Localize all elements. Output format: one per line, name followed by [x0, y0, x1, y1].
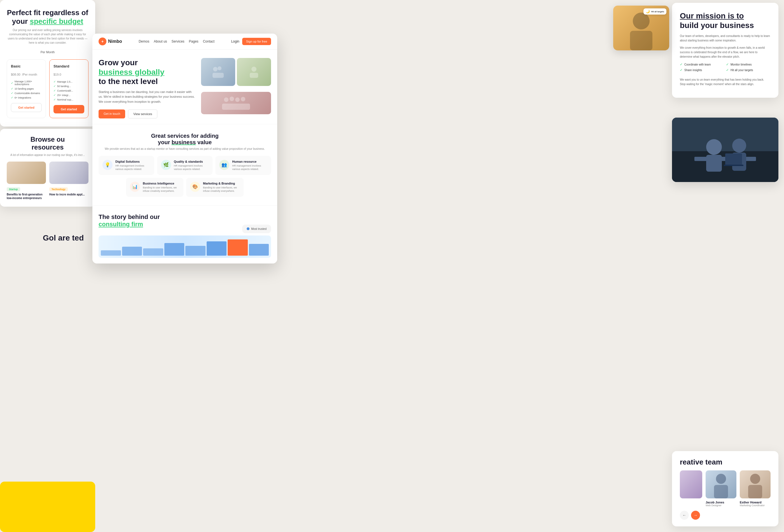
hero-get-in-touch[interactable]: Get in touch: [99, 110, 125, 118]
nav-services[interactable]: Services: [172, 39, 185, 44]
check-icon: ✓: [726, 62, 729, 66]
feature-item: ✓ Customizable domains: [11, 91, 42, 95]
svg-point-7: [235, 97, 240, 102]
nav-about[interactable]: About us: [154, 39, 167, 44]
plan-basic: Basic $08.00 /Per month ✓ Manage 1,000+ …: [7, 59, 46, 118]
services-subtitle: We provide services that act as a startu…: [99, 147, 271, 150]
resource-tag-1: Technology: [49, 187, 68, 191]
service-marketing-desc: Banding to user interfaces, we infuse cr…: [203, 186, 240, 193]
services-title: Great services for adding your business …: [99, 133, 271, 146]
mission-point-3: ✓ Hit all your targets: [726, 68, 771, 72]
team-title: reative team: [680, 458, 771, 467]
svg-point-6: [230, 96, 234, 101]
team-prev-button[interactable]: ←: [680, 511, 689, 520]
service-hr-desc: HR management involves various aspects r…: [232, 164, 267, 171]
pricing-title: Perfect fit regardless ofyour specific b…: [7, 8, 88, 26]
service-icon-bi: 📊: [130, 182, 140, 192]
service-quality-title: Quality & standards: [174, 160, 209, 163]
services-grid-top: 💡 Digital Solutions HR management involv…: [99, 156, 271, 175]
resource-title-0: Benefits to first-generation low-income …: [7, 193, 46, 200]
member-jacob-name: Jacob Jones: [706, 501, 736, 504]
team-next-button[interactable]: →: [691, 511, 700, 520]
svg-rect-22: [714, 485, 728, 498]
resource-items: Startup Benefits to first-generation low…: [7, 162, 88, 200]
svg-rect-16: [706, 155, 722, 172]
service-icon-hr: 👥: [219, 160, 229, 170]
person-card: 🌙 Hit all targets: [613, 6, 669, 50]
svg-rect-19: [725, 153, 742, 165]
nav-pages[interactable]: Pages: [189, 39, 198, 44]
service-digital-desc: HR management involves various aspects r…: [115, 164, 150, 171]
login-button[interactable]: Login: [231, 39, 239, 44]
svg-point-10: [633, 12, 650, 29]
nimbo-navbar: + Nimbo Demos About us Services Pages Co…: [92, 34, 277, 50]
feature-item: ✓ Nominal sup...: [54, 98, 84, 101]
logo-icon: +: [99, 37, 106, 45]
resource-title-1: How to incre mobile appl...: [49, 193, 88, 196]
svg-point-15: [706, 139, 722, 155]
svg-rect-4: [250, 73, 258, 78]
nimbo-hero: Grow your business globally to the next …: [92, 50, 277, 124]
service-icon-marketing: 🎨: [190, 182, 200, 192]
feature-item: ✓ Customizabl...: [54, 89, 84, 92]
nav-contact[interactable]: Contact: [203, 39, 215, 44]
service-icon-quality: 🌿: [161, 160, 171, 170]
service-marketing-title: Marketing & Branding: [203, 182, 240, 185]
hit-all-targets-badge: 🌙 Hit all targets: [643, 8, 666, 15]
plan-standard-button[interactable]: Get started: [54, 105, 84, 113]
hero-view-services[interactable]: View services: [128, 110, 157, 118]
resource-tag-0: Startup: [7, 187, 20, 191]
signup-button[interactable]: Sign up for free: [242, 38, 271, 45]
nimbo-logo[interactable]: + Nimbo: [99, 37, 122, 45]
service-quality-desc: HR management involves various aspects r…: [174, 164, 209, 171]
team-card: reative team Jacob Jones Web Designer: [672, 451, 778, 526]
svg-point-5: [224, 97, 228, 102]
mission-point-0: ✓ Coordinate with team: [680, 62, 724, 66]
plan-basic-price: $08.00 /Per month: [11, 70, 42, 77]
badge-text: Hit all targets: [651, 10, 664, 13]
logo-text: Nimbo: [108, 39, 122, 44]
member-jacob-role: Web Designer: [706, 504, 736, 507]
svg-rect-20: [724, 165, 744, 166]
nimbo-services-section: Great services for adding your business …: [92, 124, 277, 205]
plan-standard: Standard $19.0 ✓ Manage 2,5... ✓ 50 land…: [49, 59, 88, 118]
pricing-toggle[interactable]: Per Month: [7, 50, 88, 54]
mission-point-2: ✓ Share insights: [680, 68, 724, 72]
hero-text: Grow your business globally to the next …: [99, 58, 196, 118]
nav-demos[interactable]: Demos: [139, 39, 149, 44]
service-digital: 💡 Digital Solutions HR management involv…: [99, 156, 154, 175]
nimbo-nav-actions: Login Sign up for free: [231, 38, 271, 45]
svg-rect-9: [222, 104, 250, 110]
svg-point-21: [716, 474, 726, 484]
plan-standard-features: ✓ Manage 2,5... ✓ 50 landing... ✓ Custom…: [54, 80, 84, 101]
hero-buttons: Get in touch View services: [99, 110, 196, 118]
service-marketing: 🎨 Marketing & Branding Banding to user i…: [186, 178, 244, 197]
nimbo-story-section: The story behind our consulting firm Mos…: [92, 205, 277, 263]
team-member-jacob: Jacob Jones Web Designer: [706, 470, 736, 507]
svg-point-8: [241, 97, 245, 101]
mission-point-1: ✓ Monitor timelines: [726, 62, 771, 66]
hero-title: Grow your business globally to the next …: [99, 58, 196, 86]
feature-item: ✓ 10 landing pages: [11, 87, 42, 90]
mission-points: ✓ Coordinate with team ✓ Monitor timelin…: [680, 62, 771, 72]
feature-item: ✓ 6+ integrations: [11, 96, 42, 99]
hero-image-1: [201, 58, 235, 86]
member-esther-name: Esther Howard: [740, 501, 771, 504]
svg-point-3: [251, 67, 256, 72]
video-thumbnail: ▶: [672, 118, 778, 182]
plan-basic-features: ✓ Manage 1,000+ subscriptions ✓ 10 landi…: [11, 80, 42, 99]
resource-item-0[interactable]: Startup Benefits to first-generation low…: [7, 162, 46, 200]
nimbo-nav-links: Demos About us Services Pages Contact: [127, 39, 226, 44]
service-bi-title: Business Intelligence: [143, 182, 179, 185]
hero-title-highlight: business globally: [99, 68, 164, 77]
team-member-esther: Esther Howard Marketing Coordinator: [740, 470, 771, 507]
resource-item-1[interactable]: Technology How to incre mobile appl...: [49, 162, 88, 200]
nimbo-website-card: + Nimbo Demos About us Services Pages Co…: [92, 34, 277, 263]
feature-item: ✓ 25+ integr...: [54, 93, 84, 96]
svg-point-17: [732, 139, 746, 152]
pricing-plans: Basic $08.00 /Per month ✓ Manage 1,000+ …: [7, 59, 88, 118]
resources-description: A lot of information appear in our routi…: [7, 153, 88, 157]
plan-basic-name: Basic: [11, 64, 42, 68]
team-navigation: ← →: [680, 511, 771, 520]
plan-basic-button[interactable]: Get started: [11, 103, 42, 112]
